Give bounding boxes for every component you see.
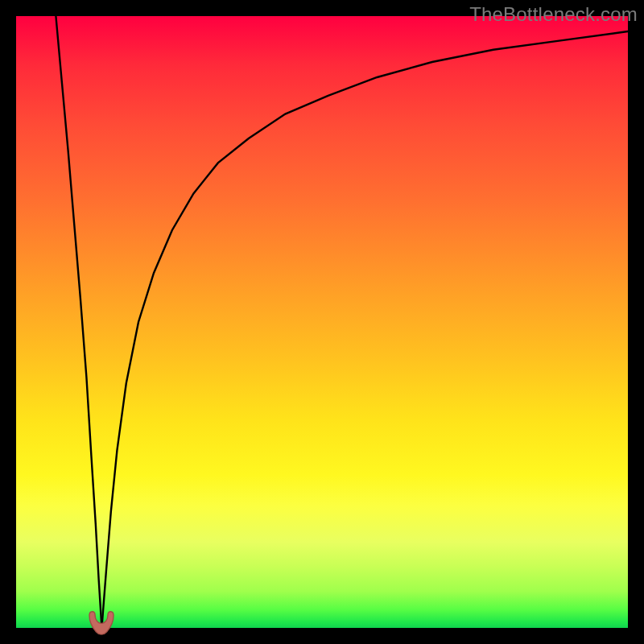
curve-left-branch [56,16,101,628]
minimum-marker [88,610,115,634]
marker-icon [88,610,115,634]
bottleneck-curve [16,16,628,628]
marker-shape [89,612,114,635]
chart-frame: TheBottleneck.com [0,0,644,644]
plot-area [16,16,628,628]
curve-right-branch [101,31,628,628]
watermark-text: TheBottleneck.com [469,3,638,26]
